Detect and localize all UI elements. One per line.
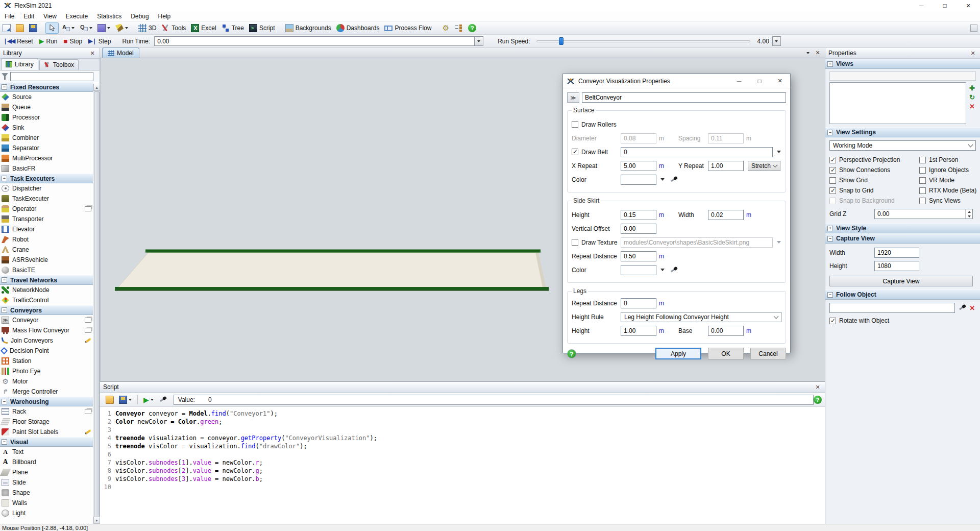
library-item-shape[interactable]: Shape xyxy=(0,488,93,498)
library-section-fixed-resources[interactable]: −Fixed Resources xyxy=(0,82,93,92)
library-close-icon[interactable] xyxy=(88,50,96,57)
library-item-transporter[interactable]: Transporter xyxy=(0,214,93,224)
help-button[interactable] xyxy=(466,22,478,34)
checkbox-show-grid[interactable]: Show Grid xyxy=(829,175,919,185)
eyedropper-icon[interactable] xyxy=(958,304,966,312)
skirt-color-swatch[interactable] xyxy=(621,265,656,275)
checkbox-snap-to-grid[interactable]: Snap to Grid xyxy=(829,185,919,196)
menu-statistics[interactable]: Statistics xyxy=(92,11,126,21)
library-scrollbar[interactable]: ▲ ▼ xyxy=(93,84,100,524)
checkbox-icon[interactable] xyxy=(919,167,926,174)
new-model-button[interactable] xyxy=(1,22,13,34)
model-view-close-icon[interactable] xyxy=(814,50,822,56)
library-item-basicfr[interactable]: BasicFR xyxy=(0,163,93,174)
checkbox-vr-mode[interactable]: VR Mode xyxy=(919,175,980,185)
skirt-repeat-distance-input[interactable] xyxy=(621,251,656,261)
rotate-with-object-checkbox[interactable] xyxy=(829,318,836,324)
base-input[interactable] xyxy=(708,326,744,336)
views-combo[interactable] xyxy=(829,71,976,81)
clear-follow-icon[interactable]: ✕ xyxy=(968,304,976,312)
collapse-icon[interactable]: − xyxy=(2,277,7,283)
stop-button[interactable]: ■Stop xyxy=(64,38,83,45)
cancel-button[interactable]: Cancel xyxy=(750,348,786,359)
section-capture-view[interactable]: − Capture View xyxy=(825,233,980,244)
library-item-crane[interactable]: Crane xyxy=(0,245,93,255)
library-item-station[interactable]: Station xyxy=(0,356,93,366)
skirt-height-input[interactable] xyxy=(621,210,656,220)
menu-view[interactable]: View xyxy=(39,11,61,21)
library-item-rack[interactable]: Rack xyxy=(0,406,93,417)
library-item-merge-controller[interactable]: Merge Controller xyxy=(0,387,93,397)
library-item-plane[interactable]: Plane xyxy=(0,467,93,477)
collapse-icon[interactable]: − xyxy=(827,236,833,242)
collapse-icon[interactable]: − xyxy=(2,307,7,313)
script-sampler-button[interactable] xyxy=(157,394,169,405)
eyedropper-icon[interactable] xyxy=(670,266,678,274)
capture-width-input[interactable] xyxy=(874,248,919,258)
collapse-icon[interactable]: − xyxy=(2,176,7,181)
library-item-combiner[interactable]: Combiner xyxy=(0,133,93,143)
copy-icon[interactable] xyxy=(85,328,91,333)
highlight-button[interactable] xyxy=(113,22,130,34)
library-item-mass-flow-conveyor[interactable]: Mass Flow Conveyor xyxy=(0,325,93,335)
tab-library[interactable]: Library xyxy=(1,58,38,70)
run-time-dropdown-button[interactable] xyxy=(475,36,483,46)
copy-icon[interactable] xyxy=(85,318,91,323)
reset-button[interactable]: ❘◀◀Reset xyxy=(3,38,33,45)
library-item-source[interactable]: Source xyxy=(0,92,93,102)
collapse-icon[interactable]: − xyxy=(827,292,833,298)
checkbox-icon[interactable] xyxy=(919,177,926,184)
draw-belt-checkbox[interactable] xyxy=(572,149,578,155)
checkbox-icon[interactable] xyxy=(829,167,836,174)
refresh-views-icon[interactable]: ↻ xyxy=(968,93,976,101)
copy-icon[interactable] xyxy=(85,206,91,211)
settings-button[interactable] xyxy=(439,22,452,34)
minimize-button[interactable] xyxy=(910,0,933,11)
dialog-title-bar[interactable]: Conveyor Visualization Properties xyxy=(563,74,790,88)
checkbox-icon[interactable] xyxy=(829,157,836,163)
tools-button[interactable]: Tools xyxy=(159,22,188,34)
properties-close-icon[interactable] xyxy=(969,50,977,57)
apply-button[interactable]: Apply xyxy=(655,348,701,359)
library-item-basicte[interactable]: BasicTE xyxy=(0,265,93,275)
grid-z-input[interactable] xyxy=(874,209,973,219)
library-section-warehousing[interactable]: −Warehousing xyxy=(0,397,93,406)
scroll-down-icon[interactable]: ▼ xyxy=(93,517,100,524)
script-code-editor[interactable]: 1Conveyor conveyor = Model.find("Conveyo… xyxy=(100,407,825,524)
legs-repeat-distance-input[interactable] xyxy=(621,298,656,308)
save-button[interactable] xyxy=(27,22,39,34)
dropdown-caret-icon[interactable] xyxy=(89,27,92,29)
menu-execute[interactable]: Execute xyxy=(61,11,92,21)
follow-object-input[interactable] xyxy=(829,303,955,313)
capture-height-input[interactable] xyxy=(874,261,919,271)
dropdown-caret-icon[interactable] xyxy=(129,399,132,401)
close-button[interactable] xyxy=(957,0,980,11)
library-item-networknode[interactable]: NetworkNode xyxy=(0,285,93,295)
collapse-icon[interactable]: − xyxy=(2,84,7,90)
library-item-taskexecuter[interactable]: TaskExecuter xyxy=(0,194,93,204)
menu-edit[interactable]: Edit xyxy=(19,11,39,21)
run-time-input[interactable] xyxy=(154,36,475,46)
spacing-input[interactable] xyxy=(708,133,744,143)
library-item-decision-point[interactable]: Decision Point xyxy=(0,346,93,356)
expand-icon[interactable]: + xyxy=(827,226,833,231)
surface-color-swatch[interactable] xyxy=(621,175,656,185)
process-flow-button[interactable]: Process Flow xyxy=(382,22,433,34)
collapse-icon[interactable]: − xyxy=(2,439,7,445)
library-filter-input[interactable] xyxy=(10,72,93,81)
section-view-style[interactable]: + View Style xyxy=(825,223,980,233)
dashboards-button[interactable]: Dashboards xyxy=(334,22,382,34)
draw-texture-checkbox[interactable] xyxy=(572,239,578,246)
script-close-icon[interactable] xyxy=(814,384,822,391)
grid-z-spinner[interactable] xyxy=(965,209,972,219)
library-item-dispatcher[interactable]: Dispatcher xyxy=(0,183,93,194)
library-item-sink[interactable]: Sink xyxy=(0,123,93,133)
legs-height-input[interactable] xyxy=(621,326,656,336)
tab-model[interactable]: Model xyxy=(102,47,139,58)
library-section-conveyors[interactable]: −Conveyors xyxy=(0,305,93,315)
library-item-walls[interactable]: Walls xyxy=(0,498,93,508)
library-item-separator[interactable]: Separator xyxy=(0,143,93,153)
checkbox-rtx-mode-beta-[interactable]: RTX Mode (Beta) xyxy=(919,185,980,196)
copy-icon[interactable] xyxy=(85,409,91,414)
open-button[interactable] xyxy=(14,22,26,34)
